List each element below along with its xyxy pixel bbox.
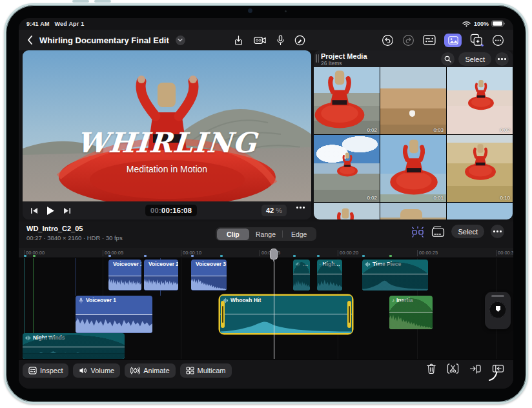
play-icon [46,206,55,216]
overview-icon [431,226,445,237]
media-thumbnail[interactable]: 0:10 [447,135,513,202]
clip-label: Voiceover 2 [113,261,141,267]
timeline-tracks[interactable]: Voiceover 2 Voiceover 2 Voiceover 3 … Hi… [19,258,513,359]
clip-marker [220,255,223,257]
media-more-button[interactable] [495,52,509,66]
speaker-icon [79,367,87,374]
back-chevron-icon[interactable] [26,35,33,45]
media-thumbnail[interactable]: 0:01 [380,135,446,202]
volume-button[interactable]: Volume [73,363,120,378]
insert-clip-button[interactable] [469,363,482,374]
browser-panel-button[interactable] [423,35,436,45]
sensor-dot [285,10,287,12]
corner-curl-indicator [489,371,498,381]
media-thumbnail[interactable]: 0:03 [380,67,446,134]
jog-wheel[interactable] [485,292,511,329]
export-button[interactable] [233,35,244,46]
panel-drag-handle[interactable] [316,54,319,63]
viewer-zoom-control[interactable]: 42 % [261,205,287,216]
title-menu-button[interactable] [176,36,185,45]
app-screen: 9:41 AM Wed Apr 1 100% [19,18,513,389]
video-subtitle-text: Meditation in Motion [23,164,311,174]
playback-bar: 00:00:16:08 42 % [23,201,311,219]
pencil-tools-button[interactable] [294,35,305,46]
viewer-frame-art [23,50,311,201]
snapping-button[interactable] [411,226,425,238]
redo-button[interactable] [402,34,414,46]
clip-label: Voiceover 1 [86,297,116,303]
undo-button[interactable] [382,34,394,46]
media-panel-title: Project Media [321,52,367,60]
media-thumbnail[interactable] [447,203,513,219]
viewer-more-button[interactable] [296,207,305,209]
jog-drag-bar [491,295,504,297]
edit-mode-segmented-control: Clip Range Edge [216,227,316,241]
delete-clip-button[interactable] [426,363,436,374]
pencil-circle-icon [294,35,305,46]
media-browser-button[interactable] [444,34,462,47]
record-audio-button[interactable] [276,35,285,46]
video-title-text: WHIRLING [23,127,311,159]
timeline-clip-inertia[interactable]: ♪Inertia [389,296,433,329]
effects-star-icon [470,34,484,46]
timeline-clip-voiceover2b[interactable]: Voiceover 2 [144,260,178,291]
media-select-button[interactable]: Select [458,52,491,66]
timeline-clip-high[interactable]: High… [317,260,342,291]
volume-label: Volume [90,367,114,374]
split-clip-button[interactable] [447,363,459,374]
previous-frame-button[interactable] [30,207,38,214]
record-video-button[interactable] [254,36,267,45]
guide-line [76,258,76,296]
media-thumbnail[interactable] [314,203,380,219]
chevron-down-icon [178,38,183,42]
inspector-list-icon [423,35,436,45]
media-thumbnail[interactable]: 0:02 [314,67,380,134]
timeline-clip-sound-small[interactable]: … [293,260,310,291]
timeline-overview-button[interactable] [431,226,445,237]
photo-icon [448,36,458,45]
timecode-display[interactable]: 00:00:16:08 [145,205,197,216]
timeline-more-button[interactable] [491,225,504,238]
trim-handle-left[interactable] [221,301,225,328]
media-thumbnail[interactable] [380,203,446,219]
timeline-clip-night-winds[interactable]: Night Winds [23,333,125,359]
effects-button[interactable] [470,34,484,46]
mode-edge[interactable]: Edge [283,229,316,240]
top-toolbar: Whirling Documentary Final Edit [19,30,513,50]
timeline-clip-meta: 00:27 · 3840 × 2160 · HDR · 30 fps [26,234,123,241]
jog-dial[interactable] [489,301,506,318]
timeline-clip-voiceover2a[interactable]: Voiceover 2 [108,260,141,291]
playhead-line[interactable] [274,249,274,359]
media-search-button[interactable] [441,52,455,66]
snapping-icon [411,226,425,238]
clip-label: Voiceover 3 [196,261,226,267]
timeline-clip-voiceover1[interactable]: Voiceover 1 [76,296,152,333]
timeline-select-button[interactable]: Select [451,225,484,238]
trim-handle-right[interactable] [347,301,351,328]
playhead-handle[interactable] [270,249,278,260]
mode-range[interactable]: Range [249,229,282,240]
timeline-clip-voiceover3[interactable]: Voiceover 3 [191,260,227,291]
timeline-clip-whoosh-hit[interactable]: Whoosh Hit [220,296,352,333]
media-thumbnail[interactable]: 0:02 [447,67,513,134]
status-time: 9:41 AM [26,21,50,27]
selected-clip-outline[interactable]: Whoosh Hit [220,296,352,333]
mode-clip[interactable]: Clip [217,229,250,240]
multicam-button[interactable]: Multicam [180,363,232,378]
clip-label: Voiceover 2 [148,261,178,267]
timeline-ruler[interactable]: 00:00:00 00:00:05 00:00:10 00:00:15 00:0… [19,248,513,258]
clip-marker [191,255,194,257]
timeline-clip-time-piece[interactable]: Time Piece [362,260,428,291]
more-options-button[interactable] [492,34,504,46]
media-thumbnail[interactable]: 0:02 [314,135,380,202]
multicam-grid-icon [186,367,194,374]
play-button[interactable] [46,206,55,216]
redo-icon [402,34,414,46]
inspect-button[interactable]: Inspect [23,363,68,378]
clip-duration: 0:01 [433,195,444,201]
viewer-video[interactable]: WHIRLING Meditation in Motion [23,50,311,201]
animate-button[interactable]: Animate [125,363,175,378]
animate-keyframe-icon [130,367,140,374]
project-media-panel: Project Media 26 Items Select [314,50,513,219]
next-frame-button[interactable] [63,207,71,214]
